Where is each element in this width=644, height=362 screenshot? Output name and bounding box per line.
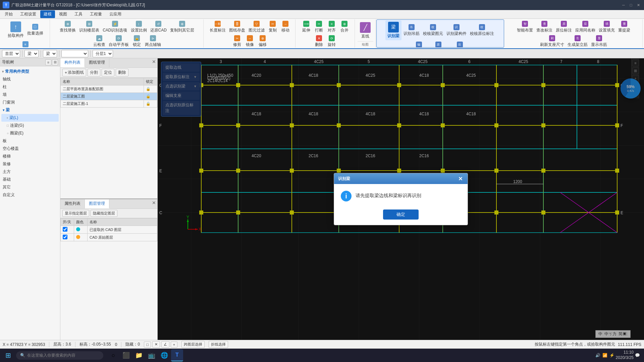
- layer-checkbox-1[interactable]: [61, 234, 74, 241]
- ribbon-btn-smart-place[interactable]: 智 智能布置: [516, 20, 534, 34]
- taskbar-app-browser[interactable]: 🌐: [158, 349, 170, 361]
- btn-hide-layer[interactable]: 隐藏指定图层: [91, 210, 117, 217]
- tree-item-decoration[interactable]: 装修: [1, 160, 59, 168]
- tree-item-foundation[interactable]: 基础: [1, 176, 59, 183]
- taskbar-app-search[interactable]: ○: [107, 349, 119, 361]
- ribbon-btn-cad-options[interactable]: ⚡ CAD识别选项: [101, 20, 128, 34]
- ribbon-btn-floor-table[interactable]: ⊞ 识别楼层表: [78, 20, 101, 34]
- tree-item-axis[interactable]: 轴线: [1, 75, 59, 83]
- sub-select[interactable]: [61, 50, 88, 57]
- ribbon-btn-recognize-tie[interactable]: 吊 识别吊筋: [402, 20, 421, 40]
- ribbon-btn-apply-same[interactable]: 应 应用同名称: [448, 41, 471, 49]
- btn-locate[interactable]: 定位: [102, 69, 114, 76]
- btn-split[interactable]: 分割: [88, 69, 100, 76]
- component-type-select[interactable]: 梁: [24, 50, 39, 57]
- ribbon-btn-edit-seat[interactable]: 编 编辑支座: [410, 41, 428, 49]
- ribbon-btn-gen-frame[interactable]: 生 生成架立筋: [566, 35, 589, 48]
- dialog-close-button[interactable]: ✕: [457, 175, 464, 182]
- ribbon-btn-two-point-axis[interactable]: ⊳ 两点辅轴: [144, 35, 162, 48]
- menu-view[interactable]: 视图: [56, 10, 70, 18]
- cad-canvas[interactable]: 3 4 4C25 5 4C25 6 4C25 7 8 G F E C G F E…: [158, 58, 644, 340]
- ribbon-btn-align[interactable]: ≡ 对齐: [326, 20, 338, 34]
- ribbon-btn-mirror[interactable]: ↔ 镜像: [244, 35, 256, 48]
- ribbon-btn-element-filter[interactable]: ▽ 图元过滤: [247, 20, 266, 34]
- ribbon-btn-verify-beam[interactable]: 校 校核梁图元: [422, 20, 444, 40]
- ribbon-btn-rotate[interactable]: ⟳ 旋转: [326, 35, 338, 48]
- ribbon-btn-change-label[interactable]: 查 查改标注: [535, 20, 554, 34]
- ribbon-btn-scale[interactable]: ↕ 设置比例: [129, 20, 148, 34]
- tree-item-slab[interactable]: 板: [1, 137, 59, 145]
- ribbon-btn-verify-in-situ[interactable]: 校 校核原位标注: [469, 20, 495, 40]
- dialog-ok-button[interactable]: 确定: [383, 209, 419, 220]
- maximize-button[interactable]: □: [628, 2, 634, 8]
- ribbon-btn-extend[interactable]: ⟶ 延伸: [300, 20, 312, 34]
- taskbar-search[interactable]: 🔍 在这里输入你要搜索的内容: [16, 351, 103, 360]
- window-controls[interactable]: ─ □ ✕: [621, 2, 641, 8]
- table-row[interactable]: 二层梁施工图-1 🔒: [61, 100, 157, 108]
- component-select[interactable]: 梁: [43, 50, 57, 57]
- ribbon-btn-restore-cad[interactable]: ↺ 还原CAD: [149, 20, 168, 34]
- btn-show-layer[interactable]: 显示指定图层: [62, 210, 89, 217]
- start-button[interactable]: ⊞: [1, 349, 15, 361]
- table-row[interactable]: 二层平面布置及板配筋图 🔒: [61, 85, 157, 93]
- notification-icon[interactable]: 💬: [635, 353, 640, 358]
- btn-add-drawing[interactable]: + 添加图纸: [62, 69, 86, 76]
- minimize-button[interactable]: ─: [621, 2, 627, 8]
- ribbon-btn-lock[interactable]: 🔒 锁定: [131, 35, 143, 48]
- ribbon-btn-refresh-seat[interactable]: 刷 刷新支座尺寸: [539, 35, 566, 48]
- ribbon-btn-merge[interactable]: ⊕ 合并: [338, 20, 351, 34]
- ribbon-btn-in-situ-label[interactable]: 原 原位标注: [429, 41, 448, 49]
- ribbon-btn-batch-select[interactable]: ☐ 批量选择: [26, 20, 45, 40]
- snap-btn[interactable]: +: [171, 342, 177, 348]
- tab-property-list[interactable]: 属性列表: [60, 199, 85, 208]
- menu-start[interactable]: 开始: [1, 10, 16, 18]
- ribbon-btn-move[interactable]: → 移动: [279, 20, 291, 34]
- tree-item-earth[interactable]: 土方: [1, 168, 59, 176]
- ribbon-btn-attr-select[interactable]: ≡ 按属性选择: [14, 41, 37, 49]
- taskbar-app-monitor[interactable]: 📺: [146, 349, 158, 361]
- sidebar-grid-btn[interactable]: ⊞: [52, 59, 58, 65]
- tree-item-stair[interactable]: 楼梯: [1, 153, 59, 160]
- tree-item-common[interactable]: ▾ 常用构件类型: [1, 68, 59, 75]
- polyline-selection-btn[interactable]: 折线选择: [209, 341, 228, 348]
- angle-btn[interactable]: ∠: [161, 341, 169, 348]
- ribbon-btn-copy[interactable]: ✂ 复制: [267, 20, 279, 34]
- ribbon-btn-save-drawing[interactable]: 🗄 图纸存盘: [228, 20, 247, 34]
- menu-quantities[interactable]: 工程量: [87, 10, 105, 18]
- component-panel-close[interactable]: ✕: [151, 58, 157, 65]
- layer-checkbox-0[interactable]: [61, 226, 74, 234]
- tree-item-door-window[interactable]: 门窗洞: [1, 99, 59, 106]
- layer-panel-close[interactable]: ✕: [151, 199, 157, 206]
- taskbar-app-explorer[interactable]: 📁: [133, 349, 145, 361]
- taskbar-app-store[interactable]: ⬛: [120, 349, 132, 361]
- ribbon-btn-set-fill[interactable]: 填 设置填充: [597, 20, 616, 34]
- menu-project-settings[interactable]: 工程设置: [17, 10, 40, 18]
- ribbon-btn-cloud-check[interactable]: ☁ 云检查: [92, 35, 107, 48]
- tree-item-other[interactable]: 其它: [1, 183, 59, 191]
- tree-item-beam-l[interactable]: ▪ 梁(L): [1, 114, 59, 122]
- floor-select[interactable]: 首层: [2, 50, 20, 57]
- layer-select[interactable]: 分层1: [93, 50, 113, 57]
- view-mode-btn[interactable]: □: [144, 342, 151, 348]
- btn-delete-comp[interactable]: 删除: [116, 69, 128, 76]
- ribbon-btn-line[interactable]: ╱ 直线: [357, 20, 373, 41]
- ribbon-btn-pick[interactable]: ↑ 拾取构件: [6, 20, 25, 40]
- tree-item-beam[interactable]: ▾ 梁: [1, 106, 59, 114]
- ribbon-btn-length-label[interactable]: ↔标 长度标注: [208, 20, 227, 34]
- tree-item-column[interactable]: 柱: [1, 83, 59, 91]
- tree-item-hollow-slab[interactable]: 空心楼盖: [1, 145, 59, 153]
- taskbar-app-gtj[interactable]: T: [171, 349, 183, 361]
- menu-tools[interactable]: 工具: [71, 10, 86, 18]
- ribbon-btn-break[interactable]: ✂ 打断: [313, 20, 325, 34]
- toggle-hidden-btn[interactable]: ✕: [152, 341, 160, 348]
- span-selection-btn[interactable]: 跨图层选择: [181, 341, 205, 348]
- tab-component-list[interactable]: 构件列表: [60, 58, 85, 67]
- ribbon-btn-apply-name[interactable]: 应 应用同名称: [574, 20, 597, 34]
- ribbon-btn-orig-label[interactable]: 原 原位标注: [554, 20, 573, 34]
- close-button[interactable]: ✕: [635, 2, 641, 8]
- ribbon-btn-recognize-comp[interactable]: 识 识别梁构件: [445, 20, 468, 40]
- sidebar-list-btn[interactable]: ≡: [45, 59, 51, 65]
- table-row[interactable]: 二层梁施工图 🔒: [61, 93, 157, 100]
- ribbon-btn-show-tie[interactable]: 显 显示吊筋: [590, 35, 608, 48]
- ribbon-btn-recognize-beam[interactable]: 梁 识别梁: [385, 20, 401, 40]
